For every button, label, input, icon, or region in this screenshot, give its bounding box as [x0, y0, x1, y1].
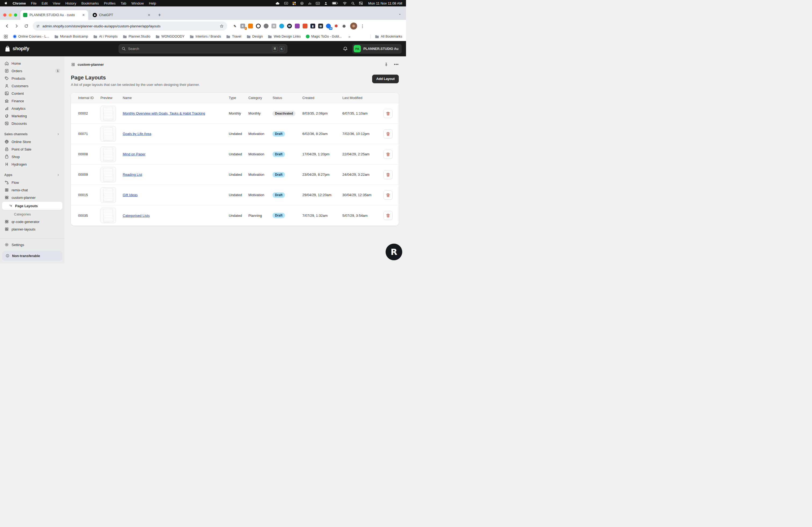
extension-icon[interactable]: ✱: [334, 24, 338, 28]
bookmark-folder[interactable]: Web Design Links: [268, 35, 301, 39]
sidebar-item-online-store[interactable]: Online Store: [2, 138, 62, 146]
close-window-button[interactable]: [3, 13, 6, 17]
cloud-icon[interactable]: [275, 1, 280, 5]
back-button[interactable]: [3, 22, 11, 30]
minimize-window-button[interactable]: [9, 13, 12, 17]
extension-icon[interactable]: [256, 24, 261, 28]
spotlight-icon[interactable]: [351, 2, 355, 5]
extension-icon[interactable]: [295, 24, 300, 28]
bookmark-star-icon[interactable]: [219, 24, 224, 28]
apps-grid-icon[interactable]: [4, 35, 8, 39]
sidebar-item-qr-code-generator[interactable]: qr-code-generator: [2, 218, 62, 225]
extension-icon[interactable]: ✎: [233, 24, 237, 28]
chrome-menu-icon[interactable]: ⋮: [360, 24, 365, 29]
menu-view[interactable]: View: [53, 1, 60, 5]
section-apps[interactable]: Apps: [0, 171, 64, 179]
sidebar-item-remix-chat[interactable]: remix-chat: [2, 186, 62, 194]
bookmark-folder[interactable]: WONGDOODY: [156, 35, 185, 39]
sidebar-item-custom-planner[interactable]: custom-planner: [2, 194, 62, 201]
breadcrumb-app-name[interactable]: custom-planner: [77, 62, 104, 66]
browser-profile-avatar[interactable]: [350, 22, 357, 30]
tab-search-button[interactable]: ⌄: [396, 10, 403, 17]
menu-file[interactable]: File: [31, 1, 37, 5]
sidebar-item-point-of-sale[interactable]: Point of Sale: [2, 146, 62, 153]
keyboard-icon[interactable]: [316, 2, 320, 5]
sidebar-item-content[interactable]: Content: [2, 90, 62, 97]
menu-edit[interactable]: Edit: [42, 1, 47, 5]
sidebar-item-planner-layouts[interactable]: planner-layouts: [2, 225, 62, 233]
delete-layout-button[interactable]: [383, 170, 393, 179]
bookmark-item[interactable]: Magic ToDo - Gobl...: [306, 35, 342, 39]
stats-icon[interactable]: [308, 2, 311, 5]
shopify-logo[interactable]: shopify: [4, 45, 119, 52]
address-bar[interactable]: admin.shopify.com/store/planner-studio-a…: [33, 21, 227, 31]
menubar-app-name[interactable]: Chrome: [13, 1, 26, 5]
tab-chatgpt[interactable]: ✱ ChatGPT ✕: [90, 10, 154, 20]
sidebar-item-customers[interactable]: Customers: [2, 82, 62, 90]
notifications-bell-icon[interactable]: [343, 46, 348, 51]
url-text[interactable]: admin.shopify.com/store/planner-studio-a…: [42, 24, 217, 28]
bookmark-item[interactable]: Online Courses - L...: [13, 35, 49, 39]
sidebar-item-shop[interactable]: Shop: [2, 153, 62, 161]
all-bookmarks[interactable]: All Bookmarks: [370, 35, 402, 39]
extension-icon[interactable]: W: [287, 24, 292, 28]
more-actions-icon[interactable]: •••: [394, 62, 399, 66]
menubar-clock[interactable]: Mon 11 Nov 11:08 AM: [368, 1, 402, 5]
bookmarks-overflow-icon[interactable]: »: [349, 35, 350, 39]
sidebar-item-marketing[interactable]: Marketing: [2, 112, 62, 120]
bookmark-folder[interactable]: Design: [246, 35, 263, 39]
layout-name-link[interactable]: Reading List: [123, 172, 142, 177]
tab-planner-studio[interactable]: PLANNER.STUDIO Au · custo ✕: [20, 10, 88, 20]
bookmark-folder[interactable]: Interiors / Brands: [190, 35, 221, 39]
extension-icon[interactable]: [248, 24, 253, 28]
sidebar-item-analytics[interactable]: Analytics: [2, 105, 62, 112]
delete-layout-button[interactable]: [383, 109, 393, 118]
menu-tab[interactable]: Tab: [120, 1, 126, 5]
sidebar-item-page-layouts-active[interactable]: Page Layouts: [2, 202, 62, 210]
extension-icon[interactable]: ▮: [310, 24, 315, 28]
sidebar-item-home[interactable]: Home: [2, 60, 62, 67]
bookmark-folder[interactable]: Planner.Studio: [123, 35, 150, 39]
new-tab-button[interactable]: +: [156, 11, 163, 19]
user-icon[interactable]: [324, 2, 328, 5]
layout-name-link[interactable]: Mind on Paper: [123, 152, 146, 156]
sidebar-item-settings[interactable]: Settings: [2, 241, 62, 249]
sidebar-item-discounts[interactable]: Discounts: [2, 120, 62, 127]
extension-icon[interactable]: [303, 24, 307, 28]
extension-icon[interactable]: 10: [326, 24, 331, 28]
pin-icon[interactable]: [384, 62, 389, 67]
layout-name-link[interactable]: Monthly Overview with Goals, Tasks & Hab…: [123, 111, 205, 115]
menu-history[interactable]: History: [65, 1, 76, 5]
sidebar-item-orders[interactable]: Orders1: [2, 67, 62, 75]
close-tab-icon[interactable]: ✕: [82, 13, 85, 17]
shortcuts-icon[interactable]: [292, 2, 296, 5]
extensions-puzzle-icon[interactable]: [342, 24, 346, 28]
layout-name-link[interactable]: Gift Ideas: [123, 193, 138, 197]
zoom-window-button[interactable]: [14, 13, 17, 17]
global-search[interactable]: Search ⌘ K: [119, 44, 287, 54]
apple-icon[interactable]: [4, 1, 8, 5]
site-settings-icon[interactable]: [36, 24, 40, 28]
reload-button[interactable]: [22, 22, 31, 30]
wifi-icon[interactable]: [343, 2, 347, 5]
extension-icon[interactable]: H: [272, 24, 276, 28]
layout-name-link[interactable]: Goals by Life Area: [123, 132, 151, 136]
add-layout-button[interactable]: Add Layout: [372, 75, 399, 83]
menu-window[interactable]: Window: [131, 1, 144, 5]
extension-icon[interactable]: ⊞: [318, 24, 323, 28]
close-tab-icon[interactable]: ✕: [147, 13, 151, 17]
delete-layout-button[interactable]: [383, 150, 393, 159]
extension-icon[interactable]: [279, 24, 284, 28]
menu-profiles[interactable]: Profiles: [104, 1, 115, 5]
section-sales-channels[interactable]: Sales channels: [0, 131, 64, 138]
forward-button[interactable]: [12, 22, 21, 30]
screen-capture-icon[interactable]: [284, 2, 288, 5]
extension-icon[interactable]: [264, 24, 269, 28]
record-icon[interactable]: [300, 2, 304, 5]
sidebar-item-products[interactable]: Products: [2, 75, 62, 82]
battery-icon[interactable]: [332, 2, 338, 5]
control-center-icon[interactable]: [359, 2, 363, 5]
delete-layout-button[interactable]: [383, 129, 393, 138]
remix-logo[interactable]: R: [386, 244, 402, 260]
delete-layout-button[interactable]: [383, 191, 393, 200]
